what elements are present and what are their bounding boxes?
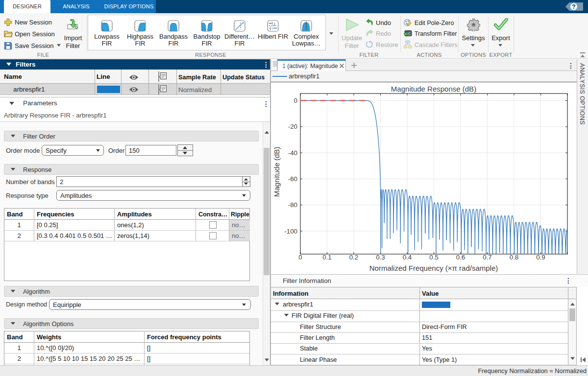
svg-text:-60: -60 bbox=[288, 175, 297, 183]
svg-text:Normalized Frequency (×π rad/s: Normalized Frequency (×π rad/sample) bbox=[369, 264, 498, 272]
svg-text:Magnitude (dB): Magnitude (dB) bbox=[272, 147, 281, 197]
svg-text:0.8: 0.8 bbox=[510, 254, 519, 261]
svg-text:0.7: 0.7 bbox=[483, 254, 492, 261]
svg-text:-80: -80 bbox=[288, 201, 297, 209]
svg-text:0.1: 0.1 bbox=[322, 254, 332, 261]
svg-text:-20: -20 bbox=[288, 123, 297, 130]
svg-text:-j: -j bbox=[269, 25, 271, 30]
svg-text:0.2: 0.2 bbox=[349, 254, 359, 261]
svg-text:0.9: 0.9 bbox=[536, 254, 545, 261]
svg-text:?: ? bbox=[572, 3, 575, 10]
svg-text:0.5: 0.5 bbox=[429, 254, 439, 261]
svg-text:0.3: 0.3 bbox=[376, 254, 385, 261]
svg-text:0: 0 bbox=[298, 254, 302, 261]
svg-text:j: j bbox=[274, 22, 275, 26]
svg-text:Magnitude Response (dB): Magnitude Response (dB) bbox=[391, 85, 476, 93]
svg-text:0: 0 bbox=[294, 97, 297, 104]
svg-text:-40: -40 bbox=[288, 149, 297, 157]
svg-text:-100: -100 bbox=[284, 228, 297, 235]
svg-text:0.4: 0.4 bbox=[403, 254, 412, 261]
svg-text:0.6: 0.6 bbox=[456, 254, 466, 261]
